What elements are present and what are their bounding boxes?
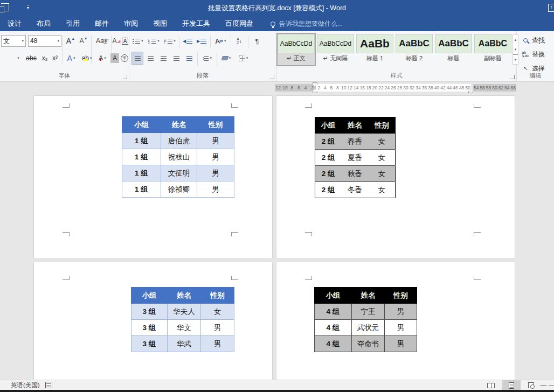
table-header-cell[interactable]: 性别	[369, 117, 396, 134]
table-cell[interactable]: 冬香	[342, 182, 369, 198]
table-cell[interactable]: 春香	[342, 134, 369, 150]
align-right-button[interactable]	[157, 52, 169, 65]
table-header-cell[interactable]: 性别	[197, 117, 234, 133]
macro-record-icon[interactable]	[45, 382, 52, 388]
style-card-5[interactable]: AaBbC副标题	[474, 34, 511, 65]
numbering-button[interactable]: 1 2 3▾	[147, 34, 161, 47]
font-name-combo[interactable]: 文 ▾	[1, 35, 26, 47]
horizontal-ruler[interactable]: 12108642 2468101214161820222426283032343…	[275, 84, 516, 92]
table-cell[interactable]: 女	[369, 134, 396, 150]
table-cell[interactable]: 男	[201, 336, 234, 352]
page-2[interactable]: 小组姓名性别2 组春香女2 组夏香女2 组秋香女2 组冬香女	[276, 96, 515, 258]
page-1[interactable]: 小组姓名性别1 组唐伯虎男1 组祝枝山男1 组文征明男1 组徐祯卿男	[34, 96, 272, 258]
table-cell[interactable]: 2 组	[315, 182, 342, 198]
font-dialog-launcher-icon[interactable]	[123, 75, 127, 79]
page-4[interactable]: 小组姓名性别4 组宁王男4 组武状元男4 组夺命书男	[276, 262, 515, 380]
table-cell[interactable]: 祝枝山	[161, 149, 197, 165]
read-mode-button[interactable]	[482, 380, 500, 390]
table-cell[interactable]: 女	[201, 304, 234, 320]
zoom-out-icon[interactable]: —	[541, 381, 547, 388]
paragraph-dialog-launcher-icon[interactable]	[270, 75, 274, 79]
shrink-font-button[interactable]: A▼	[78, 34, 89, 47]
clear-formatting-icon[interactable]: A◢	[112, 34, 121, 47]
table-group-4[interactable]: 小组姓名性别4 组宁王男4 组武状元男4 组夺命书男	[314, 287, 417, 352]
increase-indent-button[interactable]: ▶	[195, 34, 208, 47]
align-center-button[interactable]	[144, 52, 156, 65]
ribbon-display-options-icon[interactable]	[548, 4, 554, 12]
table-header-cell[interactable]: 姓名	[352, 288, 385, 304]
tab-2[interactable]: 引用	[58, 16, 87, 31]
asian-layout-button[interactable]: A⇄▾	[212, 34, 228, 47]
table-cell[interactable]: 男	[385, 304, 417, 320]
table-cell[interactable]: 1 组	[122, 133, 161, 149]
underline-dropdown-icon[interactable]: ▾	[14, 52, 22, 65]
replace-button[interactable]: ab↳ac 替换	[521, 48, 545, 60]
shading-button[interactable]: ▾	[219, 52, 234, 65]
table-header-cell[interactable]: 姓名	[161, 117, 197, 133]
style-card-0[interactable]: AaBbCcDd↵ 正文	[278, 34, 315, 65]
subscript-button[interactable]: x₂	[40, 52, 50, 65]
tab-3[interactable]: 邮件	[87, 16, 116, 31]
language-indicator[interactable]: 英语(美国)	[11, 381, 40, 389]
table-cell[interactable]: 华文	[168, 320, 201, 336]
table-cell[interactable]: 3 组	[131, 304, 168, 320]
table-cell[interactable]: 3 组	[131, 336, 168, 352]
table-header-cell[interactable]: 小组	[122, 117, 161, 133]
table-cell[interactable]: 1 组	[122, 149, 161, 165]
table-cell[interactable]: 男	[385, 320, 417, 336]
borders-button[interactable]: ▾	[236, 52, 251, 65]
table-cell[interactable]: 3 组	[131, 320, 168, 336]
table-cell[interactable]: 男	[197, 149, 234, 165]
character-shading-button[interactable]: A	[110, 53, 119, 63]
table-header-cell[interactable]: 性别	[201, 288, 234, 304]
table-cell[interactable]: 宁王	[352, 304, 385, 320]
table-cell[interactable]: 华夫人	[168, 304, 201, 320]
page-3[interactable]: 小组姓名性别3 组华夫人女3 组华文男3 组华武男	[34, 262, 272, 380]
table-cell[interactable]: 女	[369, 150, 396, 166]
table-header-cell[interactable]: 性别	[385, 288, 417, 304]
zoom-slider[interactable]	[549, 385, 554, 386]
align-left-button[interactable]	[131, 52, 143, 65]
table-cell[interactable]: 1 组	[122, 165, 161, 181]
distribute-button[interactable]	[183, 52, 195, 65]
table-cell[interactable]: 2 组	[315, 166, 342, 182]
character-border-button[interactable]: A	[121, 34, 129, 47]
text-effects-button[interactable]: A▾	[64, 52, 78, 65]
show-hide-marks-button[interactable]: ¶	[251, 34, 263, 47]
table-cell[interactable]: 夏香	[342, 150, 369, 166]
table-cell[interactable]: 2 组	[315, 150, 342, 166]
tab-6[interactable]: 开发工具	[175, 16, 218, 31]
table-header-cell[interactable]: 小组	[315, 288, 352, 304]
table-cell[interactable]: 4 组	[315, 320, 352, 336]
tab-4[interactable]: 审阅	[116, 16, 146, 31]
find-button[interactable]: 查找	[521, 34, 545, 46]
table-cell[interactable]: 文征明	[161, 165, 197, 181]
table-cell[interactable]: 4 组	[315, 304, 352, 320]
table-cell[interactable]: 唐伯虎	[161, 133, 197, 149]
styles-dialog-launcher-icon[interactable]	[510, 75, 515, 79]
table-cell[interactable]: 男	[197, 181, 234, 198]
table-cell[interactable]: 男	[197, 165, 234, 181]
sort-button[interactable]: AZ ↓	[233, 34, 246, 47]
table-header-cell[interactable]: 姓名	[342, 117, 369, 134]
font-color-button[interactable]: A▾	[95, 52, 109, 65]
decrease-indent-button[interactable]: ◀	[181, 34, 194, 47]
table-header-cell[interactable]: 姓名	[168, 288, 201, 304]
justify-button[interactable]	[170, 52, 182, 65]
enclose-characters-button[interactable]: 字	[120, 52, 129, 65]
tell-me-box[interactable]: 告诉我您想要做什么...	[271, 19, 343, 29]
table-cell[interactable]: 徐祯卿	[161, 181, 197, 198]
tab-7[interactable]: 百度网盘	[218, 16, 261, 31]
table-cell[interactable]: 华武	[168, 336, 201, 352]
phonetic-guide-button[interactable]: wén 文	[100, 34, 111, 47]
table-group-3[interactable]: 小组姓名性别3 组华夫人女3 组华文男3 组华武男	[131, 287, 234, 352]
table-cell[interactable]: 秋香	[342, 166, 369, 182]
bullets-button[interactable]: ▾	[131, 34, 144, 47]
strikethrough-button[interactable]: abc	[24, 52, 39, 65]
line-spacing-button[interactable]: ↕▾	[199, 52, 214, 65]
table-group-2[interactable]: 小组姓名性别2 组春香女2 组夏香女2 组秋香女2 组冬香女	[315, 117, 396, 198]
table-cell[interactable]: 男	[385, 336, 417, 352]
table-cell[interactable]: 夺命书	[352, 336, 385, 352]
table-cell[interactable]: 男	[197, 133, 234, 149]
superscript-button[interactable]: x²	[50, 52, 60, 65]
